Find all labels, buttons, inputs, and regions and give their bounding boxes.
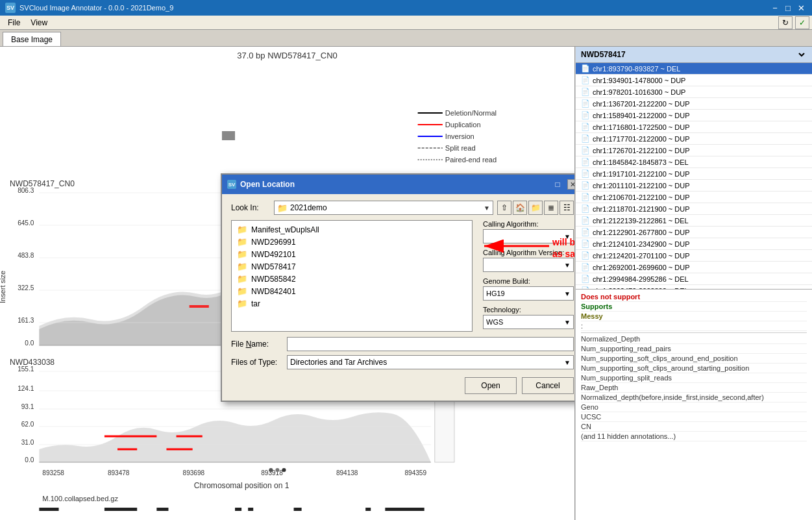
open-location-dialog: SV Open Location □ ✕ Look In: 📁 2021demo…: [221, 173, 575, 402]
svg-rect-64: [385, 508, 424, 511]
list-item[interactable]: 📄 chr1:2118701-2121900 ~ DUP: [576, 203, 812, 215]
list-item[interactable]: 📁 NWD578417: [234, 260, 469, 273]
cancel-button[interactable]: Cancel: [522, 377, 574, 394]
annotation-field-10: (and 11 hidden annotations...): [581, 432, 807, 441]
tab-base-image[interactable]: Base Image: [3, 32, 61, 46]
svg-text:93.1: 93.1: [21, 403, 34, 410]
messy-label: Messy: [581, 312, 603, 320]
folder-icon-4: 📁: [237, 274, 247, 284]
svg-text:894138: 894138: [336, 469, 358, 477]
window-controls[interactable]: − □ ✕: [769, 2, 807, 14]
folder-icon-1: 📁: [237, 237, 247, 247]
look-in-combo[interactable]: 📁 2021demo ▼: [274, 201, 493, 215]
svg-text:893698: 893698: [183, 469, 205, 477]
right-panel-list[interactable]: 📄 chr1:893790-893827 ~ DEL 📄 chr1:934901…: [576, 63, 812, 290]
annotation-field-5: Raw_Depth: [581, 383, 807, 393]
field-label-7: Geno: [581, 403, 598, 411]
close-button[interactable]: ✕: [795, 2, 807, 14]
maximize-button[interactable]: □: [782, 2, 794, 14]
list-item[interactable]: 📄 chr1:2122901-2677800 ~ DUP: [576, 227, 812, 238]
list-item[interactable]: 📄 chr1:2124201-2701100 ~ DUP: [576, 250, 812, 262]
file-list[interactable]: 📁 Manifest_wDuplsAll 📁 NWD296991 📁 NWD49…: [231, 220, 473, 332]
files-of-type-arrow: ▼: [564, 359, 571, 366]
app-title: SVCloud Image Annotator - 0.0.0 - 2021De…: [19, 4, 173, 12]
doc-icon-11: 📄: [581, 193, 590, 201]
svg-text:Paired-end read: Paired-end read: [445, 156, 497, 164]
does-not-support-label: Does not support: [581, 293, 640, 301]
list-item[interactable]: 📁 NWD842401: [234, 285, 469, 297]
svg-text:M.100.collapsed.bed.gz: M.100.collapsed.bed.gz: [42, 495, 118, 502]
file-item-label-5: NWD842401: [251, 287, 296, 296]
minimize-button[interactable]: −: [769, 2, 781, 14]
list-item-label-1: chr1:934901-1478000 ~ DUP: [593, 77, 685, 84]
list-item[interactable]: 📁 NWD492101: [234, 248, 469, 260]
field-label-4: Num_supporting_split_reads: [581, 374, 672, 382]
list-item-label-4: chr1:1589401-2122000 ~ DUP: [593, 112, 690, 119]
svg-text:483.8: 483.8: [18, 252, 34, 259]
list-item[interactable]: 📁 NWD585842: [234, 273, 469, 285]
list-item-label-5: chr1:1716801-1722500 ~ DUP: [593, 123, 690, 131]
file-name-input[interactable]: [287, 337, 574, 351]
list-item[interactable]: 📄 chr1:978201-1016300 ~ DUP: [576, 86, 812, 98]
files-of-type-combo[interactable]: Directories and Tar Archives ▼: [287, 355, 574, 369]
technology-combo[interactable]: WGS ▼: [483, 315, 574, 329]
supports-label: Supports: [581, 303, 612, 310]
look-in-value: 2021demo: [290, 203, 327, 212]
svg-text:31.0: 31.0: [21, 439, 34, 446]
list-item[interactable]: 📁 tar: [234, 297, 469, 310]
doc-icon-12: 📄: [581, 204, 590, 213]
svg-text:0.0: 0.0: [25, 340, 34, 347]
file-item-label-3: NWD578417: [251, 262, 296, 271]
list-view-button[interactable]: ≣: [544, 201, 558, 215]
list-item[interactable]: 📄 chr1:893790-893827 ~ DEL: [576, 63, 812, 75]
doc-icon-7: 📄: [581, 146, 590, 155]
list-item-label-0: chr1:893790-893827 ~ DEL: [593, 65, 680, 73]
check-button[interactable]: ✓: [795, 16, 809, 29]
list-item[interactable]: 📄 chr1:1726701-2122100 ~ DUP: [576, 145, 812, 156]
list-item[interactable]: 📄 chr1:2692001-2699600 ~ DUP: [576, 262, 812, 273]
refresh-button[interactable]: ↻: [778, 16, 793, 29]
menu-file[interactable]: File: [3, 17, 25, 29]
files-type-row: Files of Type: Directories and Tar Archi…: [231, 355, 574, 369]
list-item[interactable]: 📄 chr1:2011101-2122100 ~ DUP: [576, 180, 812, 192]
field-label-3: Num_supporting_soft_clips_around_startin…: [581, 364, 749, 372]
folder-new-button[interactable]: 📁: [528, 201, 543, 215]
svg-text:894359: 894359: [405, 469, 427, 477]
list-item[interactable]: 📄 chr1:1716801-1722500 ~ DUP: [576, 121, 812, 133]
svg-text:322.5: 322.5: [18, 284, 34, 291]
dialog-close-button[interactable]: ✕: [567, 179, 575, 190]
doc-icon-8: 📄: [581, 158, 590, 166]
list-item[interactable]: 📄 chr1:1717701-2122000 ~ DUP: [576, 133, 812, 145]
open-button[interactable]: Open: [465, 377, 517, 394]
list-item[interactable]: 📄 chr1:1367201-2122200 ~ DUP: [576, 98, 812, 110]
detail-view-button[interactable]: ☷: [560, 201, 574, 215]
dialog-maximize-icon[interactable]: □: [550, 177, 565, 192]
svg-rect-1: [222, 131, 235, 140]
right-panel-selector[interactable]: [794, 49, 807, 60]
menu-bar: File View ↻ ✓: [0, 16, 812, 30]
list-item[interactable]: 📄 chr1:1589401-2122000 ~ DUP: [576, 110, 812, 121]
list-item[interactable]: 📄 chr1:2122139-2122861 ~ DEL: [576, 215, 812, 227]
list-item[interactable]: 📄 chr1:934901-1478000 ~ DUP: [576, 75, 812, 86]
list-item[interactable]: 📄 chr1:2994984-2995286 ~ DEL: [576, 273, 812, 285]
folder-up-button[interactable]: ⇧: [497, 201, 511, 215]
list-item-label-16: chr1:2124201-2701100 ~ DUP: [593, 252, 690, 260]
svg-rect-63: [365, 508, 371, 511]
folder-desktop-button[interactable]: 🏠: [513, 201, 527, 215]
svg-text:Duplication: Duplication: [445, 121, 481, 129]
doc-icon-4: 📄: [581, 111, 590, 119]
list-item[interactable]: 📄 chr1:1917101-2122100 ~ DUP: [576, 168, 812, 180]
look-in-toolbar: ⇧ 🏠 📁 ≣ ☷: [497, 201, 574, 215]
list-item[interactable]: 📁 Manifest_wDuplsAll: [234, 223, 469, 236]
list-item[interactable]: 📄 chr1:2106701-2122100 ~ DUP: [576, 192, 812, 203]
field-label-8: UCSC: [581, 413, 601, 421]
list-item[interactable]: 📄 chr1:2124101-2342900 ~ DUP: [576, 238, 812, 250]
list-item[interactable]: 📁 NWD296991: [234, 236, 469, 248]
right-panel: NWD578417 📄 chr1:893790-893827 ~ DEL 📄 c…: [575, 47, 812, 520]
menu-view[interactable]: View: [25, 17, 53, 29]
svg-text:Chromosomal position on 1: Chromosomal position on 1: [194, 481, 289, 490]
list-item-label-11: chr1:2106701-2122100 ~ DUP: [593, 193, 690, 201]
file-item-label-2: NWD492101: [251, 250, 296, 259]
list-item[interactable]: 📄 chr1:1845842-1845873 ~ DEL: [576, 156, 812, 168]
look-in-label: Look In:: [231, 203, 270, 212]
